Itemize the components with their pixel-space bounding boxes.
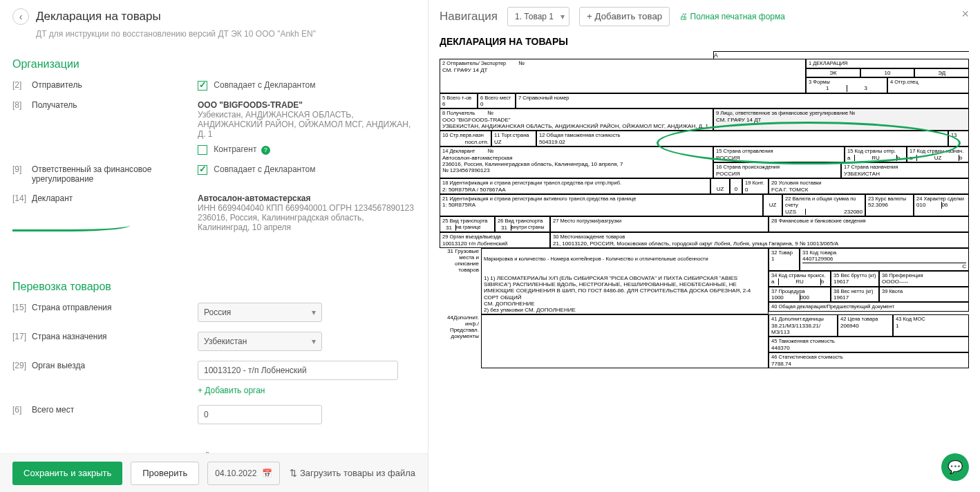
field-num: [29] [12, 361, 32, 370]
field-num: [14] [12, 193, 32, 203]
nav-title: Навигация [440, 10, 498, 23]
field-num: [15] [12, 303, 32, 312]
field-label-exit-org: Орган выезда [32, 361, 198, 370]
c31-side-label: 31 Грузовые места и описание товаров [440, 248, 481, 314]
field-label-sender: Отправитель [32, 80, 198, 90]
declarant-name: Автосалон-автомастерская [198, 193, 415, 203]
recipient-address: Узбекистан, АНДИЖАНСКАЯ ОБЛАСТЬ, АНДИЖАН… [198, 110, 415, 139]
section-organizations: Организации [12, 58, 415, 70]
doc-title: ДЕКЛАРАЦИЯ НА ТОВАРЫ [440, 36, 969, 47]
field-label-recipient: Получатель [32, 100, 198, 110]
c44-side-label: 44Дополнит. инф./ Представл. документы [440, 314, 481, 368]
field-label-depart-country: Страна отправления [32, 303, 198, 312]
calendar-icon: 📅 [262, 469, 272, 478]
goods-selector[interactable]: 1. Товар 1 [507, 7, 569, 26]
chat-fab[interactable]: 💬 [941, 453, 969, 481]
select-dest-country[interactable]: Узбекистан [198, 332, 322, 351]
field-label-finresp: Ответственный за финансовое урегулирован… [32, 164, 198, 184]
check-button[interactable]: Проверить [131, 462, 199, 485]
checkbox-label: Совпадает с Декларантом [214, 80, 315, 90]
checkbox-counterparty[interactable] [198, 145, 207, 155]
field-num: [2] [12, 80, 32, 90]
input-exit-org[interactable]: 10013120 - т/п Лобненский [198, 361, 398, 380]
recipient-name: ООО "BIGFOODS-TRADE" [198, 100, 415, 110]
checkbox-label: Совпадает с Декларантом [214, 164, 315, 174]
add-goods-button[interactable]: + Добавить товар [579, 7, 670, 26]
full-print-link[interactable]: 🖨 Полная печатная форма [679, 12, 785, 21]
checkbox-finresp-same[interactable] [198, 165, 207, 175]
page-title: Декларация на товары [36, 10, 161, 23]
field-num: [17] [12, 332, 32, 341]
bottom-bar: Сохранить и закрыть Проверить 04.10.2022… [0, 453, 428, 492]
field-label-declarant: Декларант [32, 193, 198, 203]
declarant-address: 236016, Россия, Калининградская область,… [198, 213, 415, 232]
field-num: [6] [12, 405, 32, 415]
close-icon[interactable]: × [961, 7, 969, 21]
add-organ-link[interactable]: + Добавить орган [198, 386, 415, 395]
save-close-button[interactable]: Сохранить и закрыть [12, 462, 122, 485]
back-button[interactable]: ‹ [12, 8, 29, 25]
select-depart-country[interactable]: Россия [198, 303, 322, 322]
declarant-ids: ИНН 6699404040 КПП 669940001 ОГРН 123456… [198, 203, 415, 213]
input-total-places[interactable]: 0 [198, 405, 322, 424]
field-label-dest-country: Страна назначения [32, 332, 198, 341]
help-icon[interactable]: ? [261, 146, 270, 155]
field-label-total-places: Всего мест [32, 405, 198, 415]
field-num: [9] [12, 164, 32, 174]
field-num: [8] [12, 100, 32, 110]
section-transport: Перевозка товаров [12, 281, 415, 293]
declaration-document: ДЕКЛАРАЦИЯ НА ТОВАРЫ А 2 Отправитель/ Эк… [440, 36, 969, 368]
load-goods-link[interactable]: ⇅ Загрузить товары из файла [290, 468, 415, 478]
checkbox-sender-same[interactable] [198, 81, 207, 91]
page-subtitle: ДТ для инструкции по восстановлению верс… [36, 29, 415, 39]
date-input[interactable]: 04.10.2022📅 [207, 462, 280, 485]
checkbox-label: Контрагент [214, 144, 256, 154]
